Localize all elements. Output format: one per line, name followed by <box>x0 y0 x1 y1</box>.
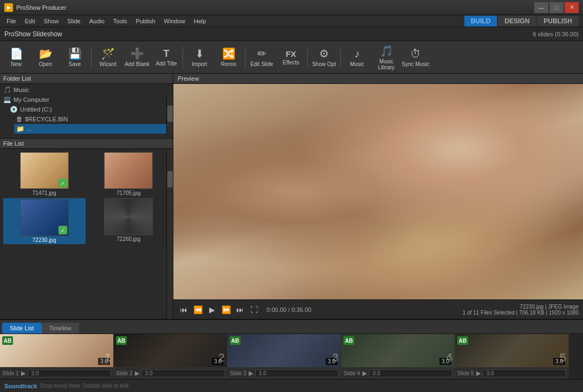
minimize-button[interactable]: — <box>534 2 548 13</box>
fullscreen-button[interactable]: ⛶ <box>248 304 260 316</box>
file-thumb-72260[interactable]: 72260.jpg <box>88 198 170 244</box>
menu-help[interactable]: Help <box>190 17 211 25</box>
slide-item-4[interactable]: AB 3.0 4 Slide 4 ▶ 3.0 <box>341 334 455 379</box>
menu-tools[interactable]: Tools <box>109 17 132 25</box>
toolbar-save-label: Save <box>69 61 81 67</box>
slide-4-dur-input[interactable]: 3.0 <box>369 369 452 377</box>
toolbar-addtitle-button[interactable]: T Add Title <box>152 43 180 72</box>
import-icon: ⬇ <box>195 47 204 60</box>
music-icon: ♪ <box>354 48 360 60</box>
toolbar: 📄 New 📂 Open 💾 Save 🪄 Wizard ➕ Add Blank… <box>0 41 583 74</box>
folder-item-music[interactable]: 🎵 Music <box>1 85 172 95</box>
folder-item-c[interactable]: 💿 Untitled (C:) <box>8 104 172 114</box>
folder-header: Folder List <box>0 74 173 84</box>
folder-item-misc[interactable]: 📁 ... <box>14 124 172 134</box>
maximize-button[interactable]: □ <box>549 2 563 13</box>
slide-4-bg <box>341 334 455 367</box>
slide-5-dur-input[interactable]: 3.0 <box>483 369 566 377</box>
folder-tree[interactable]: 🎵 Music 💻 My Computer 💿 Untitled (C:) 🗑 … <box>0 84 173 135</box>
preview-filetype: JPEG Image <box>548 304 579 310</box>
toolbar-showopt-button[interactable]: ⚙ Show Opt <box>310 43 338 72</box>
slide-1-dur-input[interactable]: 3.0 <box>28 369 111 377</box>
folder-item-mycomputer[interactable]: 💻 My Computer <box>1 95 172 104</box>
slide-1-play-icon[interactable]: ▶ <box>21 370 25 377</box>
slide-5-ab-badge: AB <box>457 336 468 345</box>
file-thumb-72260-name: 72260.jpg <box>116 236 140 242</box>
toolbar-editslide-button[interactable]: ✏ Edit Slide <box>248 43 276 72</box>
mode-design-button[interactable]: DESIGN <box>498 16 536 27</box>
menu-window[interactable]: Window <box>160 17 190 25</box>
drive-icon: 💿 <box>10 106 18 113</box>
toolbar-addtitle-label: Add Title <box>156 61 177 67</box>
step-forward-button[interactable]: ⏩ <box>220 304 232 316</box>
skip-to-end-button[interactable]: ⏭ <box>234 304 246 316</box>
slide-5-play-icon[interactable]: ▶ <box>476 370 481 377</box>
menu-edit[interactable]: Edit <box>21 17 40 25</box>
mode-publish-button[interactable]: PUBLISH <box>537 16 579 27</box>
folder-scrollbar-thumb <box>167 106 173 122</box>
slide-4-play-icon[interactable]: ▶ <box>362 370 367 377</box>
menu-audio[interactable]: Audio <box>85 17 109 25</box>
toolbar-effects-button[interactable]: FX Effects <box>277 43 305 72</box>
preview-controls: ⏮ ⏪ ▶ ⏩ ⏭ ⛶ 0:00.00 / 0:36.00 72230.jpg … <box>173 299 583 319</box>
slide-item-2[interactable]: AB 3.0 2 Slide 2 ▶ 3.0 <box>114 334 228 379</box>
toolbar-addblank-button[interactable]: ➕ Add Blank <box>123 43 151 72</box>
slide-4-thumb: AB 3.0 4 <box>341 334 455 367</box>
slide-2-play-icon[interactable]: ▶ <box>135 370 139 377</box>
file-thumb-71471[interactable]: ✓ 71471.jpg <box>3 152 86 196</box>
file-check-badge-71471: ✓ <box>59 179 67 187</box>
musiclib-icon: 🎵 <box>380 44 393 57</box>
tab-timeline[interactable]: Timeline <box>42 323 79 334</box>
slide-count: 6 slides (0:36.00) <box>533 31 579 37</box>
slide-list: AB 3.0 1 Slide 1 ▶ 3.0 AB 3.0 2 Slide 2 … <box>0 334 583 379</box>
close-button[interactable]: ✕ <box>565 2 579 13</box>
slide-2-dur-input[interactable]: 3.0 <box>141 369 225 377</box>
menu-slide[interactable]: Slide <box>63 17 85 25</box>
skip-to-start-button[interactable]: ⏮ <box>178 304 190 316</box>
toolbar-editslide-label: Edit Slide <box>250 61 273 67</box>
slide-4-footer: Slide 4 ▶ 3.0 <box>341 367 455 379</box>
preview-image <box>173 84 583 299</box>
preview-filesize: 706.18 KB <box>519 310 545 316</box>
mode-build-button[interactable]: BUILD <box>464 16 497 27</box>
step-back-button[interactable]: ⏪ <box>192 304 204 316</box>
file-grid: ✓ 71471.jpg 71705.jpg ✓ 72230.jpg <box>0 149 173 247</box>
menu-file[interactable]: File <box>2 17 21 25</box>
tab-slide-list[interactable]: Slide List <box>2 323 42 334</box>
toolbar-music-button[interactable]: ♪ Music <box>343 43 371 72</box>
folder-item-recycle[interactable]: 🗑 $RECYCLE.BIN <box>14 114 172 124</box>
slide-item-5[interactable]: AB 3.0 5 Slide 5 ▶ 3.0 <box>455 334 569 379</box>
play-button[interactable]: ▶ <box>206 304 218 316</box>
slide-1-label: Slide 1 <box>2 370 19 376</box>
menu-publish[interactable]: Publish <box>132 17 160 25</box>
menu-show[interactable]: Show <box>40 17 63 25</box>
toolbar-save-button[interactable]: 💾 Save <box>61 43 89 72</box>
file-thumb-71705[interactable]: 71705.jpg <box>88 152 170 196</box>
toolbar-remix-button[interactable]: 🔀 Remix <box>215 43 243 72</box>
slide-5-number: 5 <box>560 351 566 365</box>
slide-3-thumb: AB 3.0 3 <box>228 334 341 367</box>
slide-1-number: 1 <box>105 351 111 365</box>
slide-2-number: 2 <box>218 351 225 365</box>
toolbar-new-button[interactable]: 📄 New <box>2 43 30 72</box>
toolbar-musiclib-button[interactable]: 🎵 Music Library <box>372 43 400 72</box>
toolbar-syncmusic-button[interactable]: ⏱ Sync Music <box>401 43 430 72</box>
file-thumb-71705-name: 71705.jpg <box>116 190 140 196</box>
time-display: 0:00.00 / 0:36.00 <box>267 306 312 313</box>
toolbar-wizard-button[interactable]: 🪄 Wizard <box>94 43 122 72</box>
folder-scrollbar[interactable] <box>166 95 173 135</box>
slide-item-1[interactable]: AB 3.0 1 Slide 1 ▶ 3.0 <box>0 334 114 379</box>
soundtrack-hint: Drop music here. Double click to edit. <box>41 383 131 389</box>
soundtrack-bar: Soundtrack Drop music here. Double click… <box>0 379 583 392</box>
toolbar-syncmusic-label: Sync Music <box>401 61 429 67</box>
toolbar-import-button[interactable]: ⬇ Import <box>185 43 213 72</box>
slide-item-3[interactable]: AB 3.0 3 Slide 3 ▶ 3.0 <box>228 334 341 379</box>
slide-5-thumb: AB 3.0 5 <box>455 334 568 367</box>
file-scrollbar[interactable] <box>166 149 173 319</box>
toolbar-open-button[interactable]: 📂 Open <box>31 43 60 72</box>
slide-3-dur-input[interactable]: 3.0 <box>255 369 339 377</box>
toolbar-sep-3 <box>245 47 245 68</box>
file-thumb-72230[interactable]: ✓ 72230.jpg <box>3 198 86 244</box>
toolbar-sep-1 <box>91 47 92 68</box>
slide-3-play-icon[interactable]: ▶ <box>249 370 253 377</box>
